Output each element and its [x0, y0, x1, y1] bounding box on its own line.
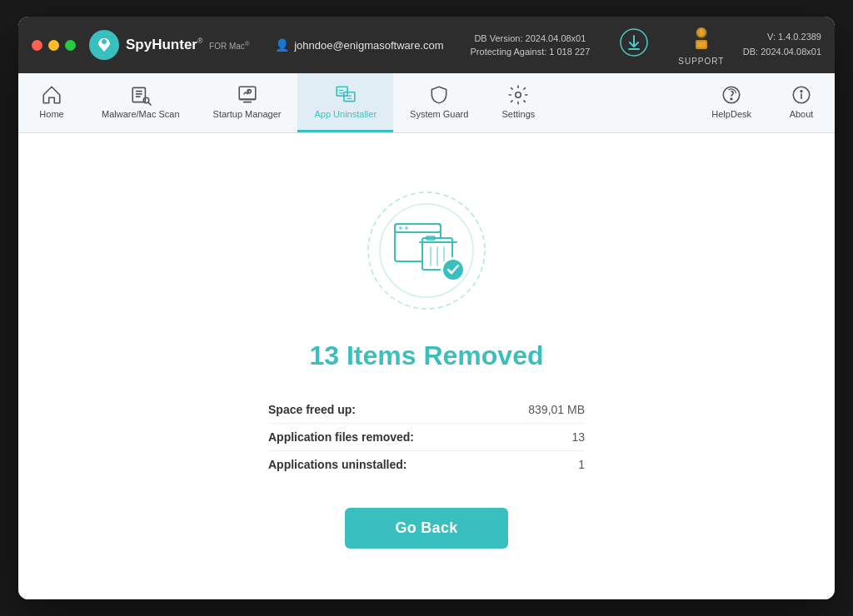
logo-text: SpyHunter® FOR Mac®	[126, 37, 250, 53]
support-button[interactable]: SUPPORT	[678, 25, 724, 66]
helpdesk-icon	[721, 84, 742, 106]
support-label: SUPPORT	[678, 57, 724, 66]
uninstaller-icon	[335, 84, 357, 106]
nav-label-systemguard: System Guard	[410, 109, 468, 119]
nav-item-scan[interactable]: Malware/Mac Scan	[85, 73, 197, 132]
stat-value-space: 839,01 MB	[528, 403, 585, 416]
svg-point-1	[102, 39, 107, 44]
close-button[interactable]	[32, 40, 42, 51]
svg-rect-13	[344, 92, 355, 102]
user-email-display: 👤 johndoe@enigmasoftware.com	[275, 38, 443, 52]
protecting-text: Protecting Against: 1 018 227	[471, 45, 591, 59]
go-back-button[interactable]: Go Back	[345, 508, 507, 549]
svg-rect-12	[337, 87, 347, 96]
app-window: SpyHunter® FOR Mac® 👤 johndoe@enigmasoft…	[18, 17, 835, 599]
nav-item-uninstaller[interactable]: App Uninstaller	[297, 73, 393, 132]
titlebar-center: 👤 johndoe@enigmasoftware.com DB Version:…	[270, 25, 730, 66]
shield-icon	[428, 84, 450, 106]
stat-row-files: Application files removed: 13	[268, 424, 585, 451]
stat-row-space: Space freed up: 839,01 MB	[268, 396, 585, 424]
startup-icon	[237, 84, 258, 106]
nav-label-helpdesk: HelpDesk	[711, 109, 751, 119]
maximize-button[interactable]	[65, 40, 76, 51]
navbar: Home Malware/Mac Scan Startup Manager	[18, 73, 835, 133]
svg-point-24	[405, 226, 408, 230]
nav-item-helpdesk[interactable]: HelpDesk	[695, 73, 768, 132]
version-info: V: 1.4.0.2389 DB: 2024.04.08x01	[743, 30, 821, 59]
minimize-button[interactable]	[48, 40, 59, 51]
nav-item-systemguard[interactable]: System Guard	[393, 73, 485, 132]
stat-value-files: 13	[571, 430, 585, 444]
stat-label-space: Space freed up:	[268, 403, 356, 416]
email-text: johndoe@enigmasoftware.com	[294, 39, 443, 52]
svg-rect-7	[697, 42, 706, 47]
settings-icon	[507, 84, 529, 106]
titlebar: SpyHunter® FOR Mac® 👤 johndoe@enigmasoft…	[18, 17, 835, 73]
nav-label-uninstaller: App Uninstaller	[314, 109, 377, 119]
svg-point-18	[801, 91, 802, 92]
stat-row-apps: Applications uninstalled: 1	[268, 451, 585, 478]
svg-point-23	[399, 226, 402, 230]
nav-item-home[interactable]: Home	[18, 73, 85, 132]
nav-label-settings: Settings	[502, 109, 536, 119]
db-version-text: DB Version: 2024.04.08x01	[471, 32, 591, 46]
user-icon: 👤	[275, 38, 289, 52]
svg-point-14	[516, 92, 521, 98]
nav-label-scan: Malware/Mac Scan	[102, 109, 180, 119]
svg-point-5	[699, 29, 704, 36]
stat-value-apps: 1	[578, 458, 585, 471]
version-text: V: 1.4.0.2389	[743, 30, 821, 45]
nav-label-home: Home	[39, 109, 63, 119]
nav-label-startup: Startup Manager	[213, 109, 282, 119]
success-icon	[360, 184, 493, 317]
nav-label-about: About	[790, 109, 814, 119]
nav-spacer	[551, 73, 695, 132]
download-icon[interactable]	[620, 28, 648, 62]
stat-label-apps: Applications uninstalled:	[268, 458, 407, 471]
nav-item-settings[interactable]: Settings	[485, 73, 551, 132]
scan-icon	[130, 84, 152, 106]
main-content: 13 Items Removed Space freed up: 839,01 …	[18, 133, 835, 599]
home-icon	[41, 84, 62, 106]
items-removed-title: 13 Items Removed	[309, 340, 543, 371]
stat-label-files: Application files removed:	[268, 430, 414, 444]
stats-table: Space freed up: 839,01 MB Application fi…	[268, 396, 585, 478]
nav-item-startup[interactable]: Startup Manager	[197, 73, 298, 132]
logo-area: SpyHunter® FOR Mac®	[89, 30, 250, 60]
about-icon	[791, 84, 812, 106]
svg-point-16	[731, 98, 732, 100]
traffic-lights	[32, 40, 76, 51]
db-label-text: DB: 2024.04.08x01	[743, 45, 821, 60]
nav-item-about[interactable]: About	[768, 73, 835, 132]
db-info: DB Version: 2024.04.08x01 Protecting Aga…	[471, 32, 591, 59]
